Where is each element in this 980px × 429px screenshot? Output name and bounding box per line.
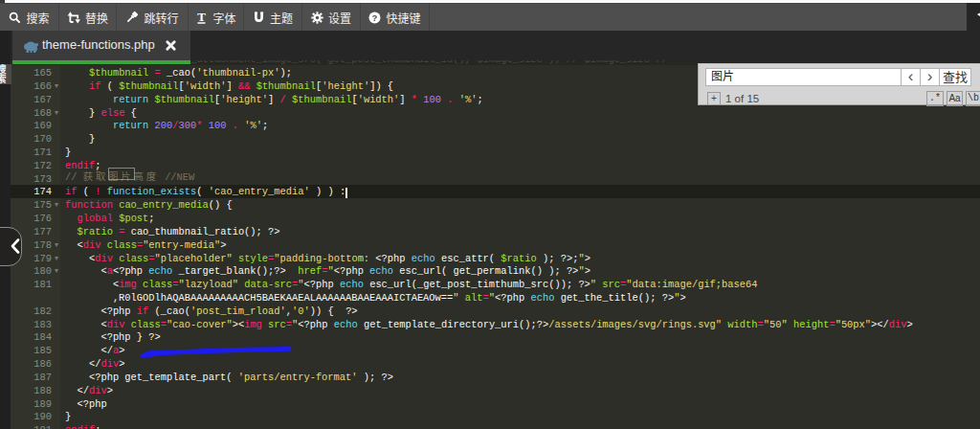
svg-text:T: T bbox=[198, 11, 207, 24]
svg-text:?: ? bbox=[372, 11, 378, 22]
